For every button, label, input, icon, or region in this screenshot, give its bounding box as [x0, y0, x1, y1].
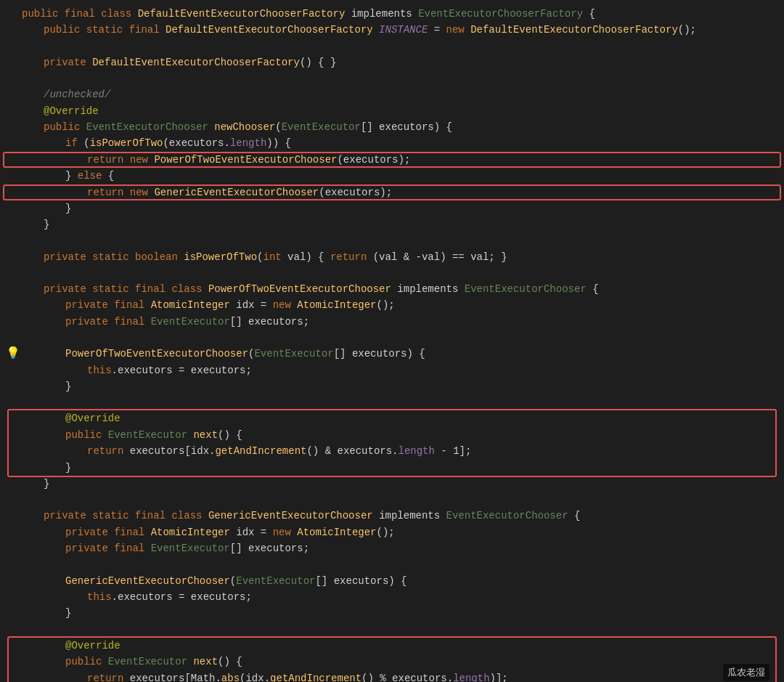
code-line: private static boolean isPowerOfTwo(int …	[0, 249, 784, 265]
code-line: this.executors = executors;	[0, 362, 784, 378]
code-line	[0, 38, 784, 54]
code-line: }	[0, 460, 784, 476]
code-line	[0, 70, 784, 86]
code-line: }	[0, 605, 784, 621]
code-line: return new PowerOfTwoEventExecutorChoose…	[0, 152, 784, 168]
code-line: 💡PowerOfTwoEventExecutorChooser(EventExe…	[0, 346, 784, 362]
code-line	[0, 394, 784, 410]
code-line: private static final class PowerOfTwoEve…	[0, 281, 784, 297]
code-line: GenericEventExecutorChooser(EventExecuto…	[0, 573, 784, 589]
code-line: /unchecked/	[0, 86, 784, 102]
code-line: this.executors = executors;	[0, 589, 784, 605]
code-line	[0, 330, 784, 346]
code-line: private final AtomicInteger idx = new At…	[0, 297, 784, 313]
code-line: public EventExecutor next() {	[0, 427, 784, 443]
code-line: @Override	[0, 638, 784, 654]
lightbulb-icon: 💡	[6, 345, 20, 364]
code-line: } else {	[0, 168, 784, 184]
code-line: private final AtomicInteger idx = new At…	[0, 524, 784, 540]
code-line: return executors[idx.getAndIncrement() &…	[0, 443, 784, 459]
code-line: public static final DefaultEventExecutor…	[0, 22, 784, 38]
code-line: return executors[Math.abs(idx.getAndIncr…	[0, 670, 784, 683]
code-line: @Override	[0, 103, 784, 119]
code-line: return new GenericEventExecutorChooser(e…	[0, 184, 784, 200]
code-line	[0, 492, 784, 508]
code-line: public EventExecutor next() {	[0, 654, 784, 670]
code-line	[0, 622, 784, 638]
code-line: private final EventExecutor[] executors;	[0, 540, 784, 556]
code-line	[0, 233, 784, 249]
code-line: if (isPowerOfTwo(executors.length)) {	[0, 135, 784, 151]
code-line: private DefaultEventExecutorChooserFacto…	[0, 54, 784, 70]
code-line: public final class DefaultEventExecutorC…	[0, 6, 784, 22]
code-line: }	[0, 476, 784, 492]
watermark: 瓜农老湿	[723, 664, 769, 682]
code-line	[0, 557, 784, 573]
code-line	[0, 265, 784, 281]
code-line: private static final class GenericEventE…	[0, 508, 784, 524]
code-line: }	[0, 216, 784, 232]
code-line: @Override	[0, 410, 784, 426]
code-line: private final EventExecutor[] executors;	[0, 314, 784, 330]
code-line: public EventExecutorChooser newChooser(E…	[0, 119, 784, 135]
wechat-label: 瓜农老湿	[723, 664, 769, 682]
code-line: }	[0, 200, 784, 216]
code-line: }	[0, 378, 784, 394]
code-editor: public final class DefaultEventExecutorC…	[0, 0, 784, 682]
